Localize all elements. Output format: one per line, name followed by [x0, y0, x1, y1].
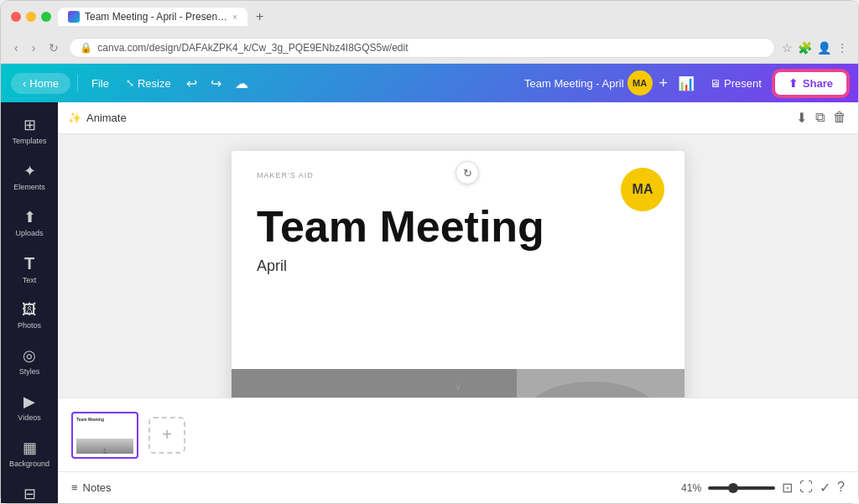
- videos-icon: ▶: [23, 392, 35, 411]
- undo-button[interactable]: ↩: [181, 72, 202, 95]
- elements-icon: ✦: [23, 162, 36, 180]
- fit-screen-icon[interactable]: ⊡: [782, 480, 793, 496]
- slide-thumbnail-1[interactable]: Team Meeting 1: [71, 412, 138, 459]
- sidebar-item-text[interactable]: T Text: [4, 247, 55, 291]
- styles-label: Styles: [19, 367, 40, 376]
- present-button[interactable]: 🖥 Present: [701, 73, 770, 94]
- sidebar-item-all-designs[interactable]: ⊟ All your de…: [4, 478, 55, 503]
- checkmark-icon[interactable]: ✓: [820, 480, 830, 496]
- add-collaborator-button[interactable]: +: [656, 75, 672, 92]
- canvas-action-icons: ⬇ ⧉ 🗑: [794, 108, 848, 127]
- templates-icon: ⊞: [23, 116, 36, 134]
- animate-button[interactable]: ✨ Animate: [68, 112, 127, 124]
- tab-title: Team Meeting - April - Presen…: [85, 11, 227, 23]
- sidebar: ⊞ Templates ✦ Elements ⬆ Uploads T Text …: [1, 102, 58, 503]
- canvas-toolbar: ✨ Animate ⬇ ⧉ 🗑: [58, 102, 858, 134]
- redo-button[interactable]: ↪: [206, 72, 226, 95]
- cloud-save-button[interactable]: ☁: [230, 72, 253, 95]
- forward-button[interactable]: ›: [29, 39, 39, 56]
- bottom-bar: ≡ Notes 41% ⊡ ⛶ ✓ ?: [58, 471, 858, 503]
- new-tab-button[interactable]: +: [251, 9, 268, 24]
- main-area: ⊞ Templates ✦ Elements ⬆ Uploads T Text …: [1, 102, 858, 503]
- more-icon[interactable]: ⋮: [836, 41, 848, 55]
- uploads-label: Uploads: [15, 229, 43, 237]
- home-chevron-icon: ‹: [23, 77, 26, 90]
- slide-content: MAKER'S AID MA Team Meeting April 01.: [232, 151, 685, 397]
- notes-button[interactable]: ≡ Notes: [71, 481, 112, 494]
- browser-window: Team Meeting - April - Presen… × + ‹ › ↻…: [0, 0, 859, 504]
- nav-divider: [77, 75, 78, 91]
- close-traffic-light[interactable]: [11, 12, 21, 22]
- delete-icon[interactable]: 🗑: [831, 108, 848, 127]
- tab-close-button[interactable]: ×: [232, 13, 237, 22]
- download-icon[interactable]: ⬇: [794, 108, 809, 127]
- share-button[interactable]: ⬆ Share: [773, 70, 848, 96]
- notes-label: Notes: [83, 481, 112, 494]
- resize-icon: ⤡: [126, 77, 134, 89]
- uploads-icon: ⬆: [23, 208, 36, 226]
- bookmark-icon[interactable]: ☆: [782, 41, 793, 55]
- fullscreen-icon[interactable]: ⛶: [799, 480, 813, 496]
- zoom-value: 41%: [681, 482, 701, 494]
- filmstrip: Team Meeting 1 +: [58, 397, 858, 471]
- help-icon[interactable]: ?: [837, 480, 845, 496]
- active-tab[interactable]: Team Meeting - April - Presen… ×: [58, 8, 247, 26]
- slide-title: Team Meeting: [257, 203, 659, 251]
- address-text: canva.com/design/DAFAkZPK4_k/Cw_3g_PQE9E…: [97, 42, 408, 54]
- videos-label: Videos: [18, 413, 40, 422]
- notes-icon: ≡: [71, 481, 78, 494]
- extensions-icon[interactable]: 🧩: [798, 41, 812, 55]
- browser-toolbar-icons: ☆ 🧩 👤 ⋮: [782, 41, 848, 55]
- tab-favicon: [68, 11, 80, 23]
- text-label: Text: [23, 276, 37, 284]
- minimize-traffic-light[interactable]: [26, 12, 36, 22]
- photos-label: Photos: [18, 321, 41, 330]
- add-slide-button[interactable]: +: [148, 417, 185, 454]
- app-container: ‹ Home File ⤡ Resize ↩ ↪ ☁ Team Meeting …: [1, 64, 858, 503]
- add-slide-icon: +: [162, 425, 172, 444]
- background-label: Background: [9, 460, 49, 468]
- monitor-icon: 🖥: [710, 77, 721, 90]
- sidebar-item-uploads[interactable]: ⬆ Uploads: [4, 201, 55, 244]
- canvas-area: ✨ Animate ⬇ ⧉ 🗑 MAKER'S AID: [58, 102, 858, 503]
- address-bar[interactable]: 🔒 canva.com/design/DAFAkZPK4_k/Cw_3g_PQE…: [69, 38, 775, 58]
- text-icon: T: [24, 254, 34, 273]
- slide-subtitle: April: [257, 257, 659, 275]
- zoom-slider[interactable]: [708, 486, 775, 490]
- resize-label: Resize: [138, 77, 171, 90]
- animate-sparkle-icon: ✨: [68, 112, 81, 124]
- maximize-traffic-light[interactable]: [41, 12, 51, 22]
- refresh-button[interactable]: ↻: [45, 39, 62, 56]
- scroll-indicator[interactable]: ∨: [454, 379, 462, 392]
- copy-icon[interactable]: ⧉: [814, 108, 826, 127]
- sidebar-item-styles[interactable]: ◎ Styles: [4, 340, 55, 382]
- profile-icon[interactable]: 👤: [817, 41, 831, 55]
- elements-label: Elements: [13, 183, 45, 191]
- document-title: Team Meeting - April: [524, 77, 624, 90]
- sidebar-item-photos[interactable]: 🖼 Photos: [4, 294, 55, 336]
- browser-titlebar: Team Meeting - April - Presen… × +: [1, 1, 858, 33]
- top-nav: ‹ Home File ⤡ Resize ↩ ↪ ☁ Team Meeting …: [1, 64, 858, 102]
- tab-bar: Team Meeting - April - Presen… × +: [58, 8, 848, 26]
- sidebar-item-templates[interactable]: ⊞ Templates: [4, 109, 55, 152]
- home-button[interactable]: ‹ Home: [11, 73, 70, 94]
- slide-logo: MA: [621, 168, 664, 211]
- sidebar-item-elements[interactable]: ✦ Elements: [4, 155, 55, 198]
- back-button[interactable]: ‹: [11, 39, 22, 56]
- slide-thumb-number: 1: [102, 447, 107, 455]
- present-label: Present: [724, 77, 762, 90]
- bottom-icons: ⊡ ⛶ ✓ ?: [782, 480, 845, 496]
- sidebar-item-background[interactable]: ▦ Background: [4, 432, 55, 475]
- slide-canvas[interactable]: MAKER'S AID MA Team Meeting April 01.: [232, 151, 685, 397]
- refresh-slide-button[interactable]: ↻: [456, 161, 479, 184]
- all-designs-icon: ⊟: [23, 485, 36, 503]
- sidebar-item-videos[interactable]: ▶ Videos: [4, 386, 55, 429]
- share-label: Share: [803, 77, 833, 90]
- file-menu-button[interactable]: File: [85, 73, 116, 94]
- styles-icon: ◎: [23, 346, 36, 365]
- share-icon: ⬆: [789, 77, 798, 90]
- avatar[interactable]: MA: [627, 70, 653, 96]
- templates-label: Templates: [12, 137, 46, 145]
- resize-button[interactable]: ⤡ Resize: [119, 73, 178, 94]
- analytics-icon[interactable]: 📊: [674, 75, 698, 91]
